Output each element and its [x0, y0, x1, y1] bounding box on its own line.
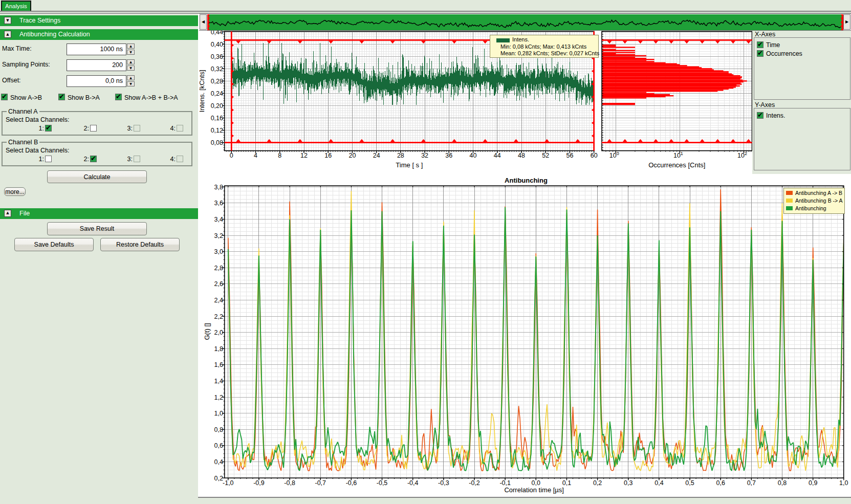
correlation-axis-tick-label: 0,2 [593, 479, 602, 487]
channel-a-title: Channel A [7, 108, 39, 115]
scroll-left-button[interactable]: ◀ [200, 14, 207, 30]
up-arrow-icon: ▲ [129, 45, 132, 48]
show-b-to-a-checkbox[interactable] [58, 94, 65, 100]
time-axis-tick-label: 44 [494, 152, 501, 159]
correlation-axis-tick-label: -0,3 [438, 479, 449, 487]
time-axis-tick-label: 60 [591, 152, 598, 159]
gt-axis-tick-label: 0,4 [214, 458, 223, 466]
gt-axis-tick-label: 2,4 [214, 297, 223, 304]
section-title-file: File [19, 210, 30, 217]
intens-series-swatch [496, 38, 510, 42]
gt-axis-tick-label: 3,8 [214, 184, 223, 191]
channel-b-4-checkbox[interactable] [177, 156, 183, 162]
time-axis-tick-label: 32 [421, 152, 428, 159]
gt-axis-tick-label: 3,0 [214, 248, 223, 255]
gt-axis-tick-label: 2,6 [214, 280, 223, 288]
collapse-button-antibunching[interactable]: ▲ [4, 31, 11, 38]
gt-axis-tick-label: 1,0 [214, 410, 223, 417]
x-axis-occurrences-checkbox[interactable] [757, 50, 763, 57]
gt-axis-tick-label: 3,6 [214, 200, 223, 207]
tab-analysis-label: Analysis [5, 3, 27, 9]
legend-label-b-to-a: Antibunching B -> A [795, 198, 843, 204]
antibunching-chart[interactable]: -1,0-0,9-0,8-0,7-0,6-0,5-0,4-0,3-0,2-0,1… [199, 174, 851, 497]
max-time-step-up-button[interactable]: ▲ [127, 43, 135, 49]
channel-b-2-label: 2: [82, 156, 89, 163]
sampling-points-step-up-button[interactable]: ▲ [127, 59, 135, 64]
channel-a-groupbox: Channel A [2, 111, 192, 136]
tooltip-series-name: Intens. [512, 36, 529, 42]
channel-a-1-checkbox[interactable] [45, 125, 52, 132]
correlation-axis-tick-label: -0,5 [377, 479, 388, 487]
legend-swatch-b-to-a [786, 199, 793, 203]
y-axes-title: Y-Axes [755, 101, 775, 108]
collapse-button-file[interactable]: ▲ [4, 210, 11, 217]
more-button[interactable]: more... [4, 187, 26, 196]
gt-axis-tick-label: 2,0 [214, 329, 223, 336]
tooltip-mean-stdev: Mean: 0,282 kCnts; StDev: 0,027 kCnts [500, 50, 599, 56]
correlation-axis-tick-label: -1,0 [223, 479, 234, 487]
gt-axis-tick-label: 3,4 [214, 216, 223, 223]
section-header-trace-settings[interactable]: ▼ Trace Settings [0, 15, 198, 26]
gt-axis-tick-label: 3,2 [214, 232, 223, 239]
time-axis-tick-label: 24 [373, 152, 380, 159]
intensity-stats-tooltip: Intens. Min: 0,08 kCnts; Max: 0,413 kCnt… [490, 35, 599, 58]
max-time-label: Max Time: [2, 45, 32, 52]
section-header-file[interactable]: ▲ File [0, 208, 198, 219]
gt-axis-tick-label: 1,4 [214, 378, 223, 385]
show-a-to-b-checkbox[interactable] [1, 94, 8, 100]
collapse-button-trace-settings[interactable]: ▼ [4, 17, 11, 24]
gt-axis-tick-label: 1,2 [214, 394, 223, 401]
save-result-button[interactable]: Save Result [47, 222, 147, 235]
channel-a-2-checkbox[interactable] [90, 125, 97, 132]
section-title-trace-settings: Trace Settings [19, 17, 60, 24]
gt-axis-tick-label: 0,2 [214, 475, 223, 482]
x-axis-time-checkbox[interactable] [757, 41, 763, 48]
y-axis-intens-label: Intens. [766, 112, 785, 119]
time-axis-tick-label: 20 [348, 152, 356, 159]
channel-b-2-checkbox[interactable] [90, 156, 97, 162]
max-time-input[interactable]: 1000 ns [67, 43, 126, 55]
tab-analysis[interactable]: Analysis [1, 1, 31, 11]
time-axis-title: Time [ s ] [396, 161, 423, 169]
intensity-axis-title: Intens. [kCnts] [199, 70, 206, 112]
chevron-down-icon: ▼ [6, 19, 9, 23]
sampling-points-input[interactable]: 200 [67, 59, 126, 71]
channel-a-3-label: 3: [125, 125, 133, 132]
right-arrow-icon: ▶ [845, 20, 848, 24]
channel-b-3-checkbox[interactable] [134, 156, 140, 162]
trace-overview-plot[interactable] [207, 14, 845, 30]
overview-selected-range[interactable] [209, 14, 843, 30]
y-axis-intens-checkbox[interactable] [757, 112, 763, 119]
scroll-right-button[interactable]: ▶ [843, 14, 850, 30]
time-trace-and-histogram-plots[interactable]: 048121620242832364044485256600,080,120,1… [199, 31, 752, 174]
offset-step-down-button[interactable]: ▼ [127, 81, 135, 86]
correlation-axis-tick-label: -0,7 [315, 479, 326, 487]
section-header-antibunching-calculation[interactable]: ▲ Antibunching Calculation [0, 29, 198, 40]
occurrences-axis-tick-label: 100 [609, 151, 619, 159]
channel-b-3-label: 3: [125, 156, 133, 163]
section-title-antibunching-calculation: Antibunching Calculation [19, 31, 90, 38]
channel-a-3-checkbox[interactable] [134, 125, 140, 132]
gt-axis-tick-label: 0,8 [214, 426, 223, 433]
offset-step-up-button[interactable]: ▲ [127, 75, 135, 80]
show-both-checkbox[interactable] [115, 94, 122, 100]
occurrences-axis-tick-label: 102 [737, 151, 747, 159]
time-axis-tick-label: 8 [278, 152, 281, 159]
correlation-axis-tick-label: 0,9 [809, 479, 817, 487]
save-defaults-button[interactable]: Save Defaults [14, 238, 94, 251]
max-time-step-down-button[interactable]: ▼ [127, 50, 135, 55]
legend-swatch-a-to-b [786, 191, 793, 195]
channel-a-4-label: 4: [168, 125, 176, 132]
restore-defaults-button[interactable]: Restore Defaults [100, 238, 180, 251]
legend-item-b-to-a: Antibunching B -> A [785, 197, 844, 205]
channel-b-1-checkbox[interactable] [45, 156, 52, 162]
sampling-points-step-down-button[interactable]: ▼ [127, 65, 135, 71]
offset-input[interactable]: 0,0 ns [67, 75, 126, 87]
calculate-button[interactable]: Calculate [47, 170, 147, 183]
correlation-axis-title: Correlation time [µs] [504, 486, 564, 494]
channel-a-2-label: 2: [82, 125, 89, 132]
channel-b-title: Channel B [7, 139, 39, 146]
intensity-axis-tick-label: 0,40 [211, 41, 223, 48]
channel-a-4-checkbox[interactable] [177, 125, 183, 132]
correlation-axis-tick-label: 0,1 [562, 479, 571, 487]
